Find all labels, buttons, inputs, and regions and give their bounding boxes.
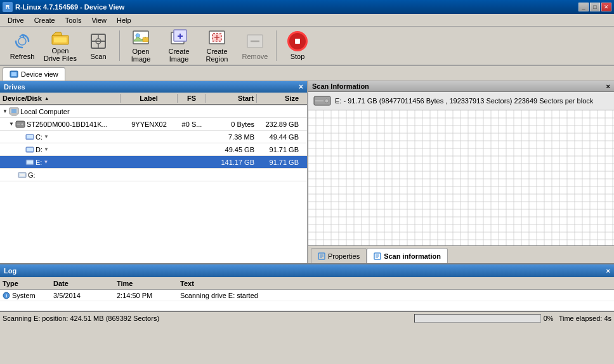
drive-name: E: — [36, 159, 42, 166]
svg-rect-23 — [11, 72, 16, 76]
log-col-type-header: Type — [0, 280, 51, 287]
create-image-button[interactable]: Create Image — [160, 29, 197, 63]
tab-bar: Device view — [0, 66, 614, 81]
device-view-tab-icon — [10, 70, 18, 79]
open-drive-label: Open Drive Files — [44, 47, 77, 62]
system-info-icon: i — [3, 292, 10, 299]
col-header-size[interactable]: Size — [257, 94, 301, 103]
create-region-button[interactable]: Create Region — [199, 29, 235, 63]
refresh-button[interactable]: Refresh — [4, 29, 41, 63]
tab-scan-information[interactable]: Scan information — [367, 248, 448, 263]
scan-grid-canvas — [308, 110, 614, 245]
col-header-device[interactable]: Device/Disk ▲ — [0, 94, 121, 103]
drive-size-cell: 91.71 GB — [257, 158, 301, 167]
maximize-button[interactable]: □ — [590, 3, 600, 11]
expand-icon[interactable]: ▼ — [3, 108, 8, 114]
drive-size-cell: 49.44 GB — [257, 133, 301, 141]
drive-start-cell: 141.17 GB — [206, 158, 257, 167]
drive-label-cell — [121, 136, 178, 138]
status-percent: 0% — [544, 315, 554, 322]
drive-name: Local Computer — [20, 108, 70, 115]
menu-drive[interactable]: Drive — [3, 15, 29, 25]
col-header-start[interactable]: Start — [206, 94, 257, 103]
log-type-text: System — [12, 292, 36, 299]
expand-icon[interactable]: ▼ — [9, 121, 14, 127]
drive-size-cell: 91.71 GB — [257, 145, 301, 154]
log-panel: Log × Type Date Time Text i System 3/5/2… — [0, 263, 614, 311]
table-row[interactable]: E: ▼ 141.17 GB 91.71 GB — [0, 156, 307, 169]
scan-grid-container — [308, 110, 614, 245]
log-table-header: Type Date Time Text — [0, 277, 614, 290]
drive-dropdown[interactable]: ▼ — [43, 159, 48, 165]
tab-properties[interactable]: Properties — [311, 248, 367, 263]
log-col-date-header: Date — [51, 280, 114, 287]
drive-label-cell — [121, 174, 178, 176]
app-icon: R — [3, 2, 13, 12]
drives-content: ▼ Local Computer ▼ — [0, 105, 307, 263]
log-type-cell: i System — [0, 292, 51, 299]
open-drive-button[interactable]: Open Drive Files — [42, 29, 79, 63]
refresh-label: Refresh — [10, 53, 35, 60]
scan-button[interactable]: Scan — [80, 29, 117, 63]
drive-start-cell: 0 Bytes — [206, 120, 257, 129]
drive-name: G: — [28, 171, 36, 179]
table-row[interactable]: G: — [0, 169, 307, 181]
log-header: Log × — [0, 264, 614, 277]
menu-view[interactable]: View — [86, 15, 112, 25]
open-image-icon — [131, 29, 151, 46]
drive-fs-cell — [178, 111, 206, 112]
remove-label: Remove — [242, 53, 268, 60]
toolbar-separator-1 — [119, 30, 120, 61]
tab-device-view-label: Device view — [21, 70, 58, 78]
menu-help[interactable]: Help — [112, 15, 136, 25]
menu-tools[interactable]: Tools — [60, 15, 87, 25]
drive-dropdown[interactable]: ▼ — [44, 146, 49, 152]
drive-name: D: — [36, 146, 42, 153]
scan-info-tab-label: Scan information — [384, 252, 441, 260]
drive-device-cell: D: ▼ — [0, 145, 121, 154]
tab-device-view[interactable]: Device view — [3, 67, 65, 81]
status-elapsed: Time elapsed: 4s — [559, 315, 611, 322]
remove-button[interactable]: Remove — [237, 29, 273, 63]
drive-icon — [25, 146, 34, 153]
minimize-button[interactable]: _ — [578, 3, 589, 11]
drives-table-header: Device/Disk ▲ Label FS Start Size — [0, 93, 307, 105]
open-image-button[interactable]: Open Image — [122, 29, 159, 63]
create-image-label: Create Image — [162, 48, 195, 63]
properties-icon — [318, 252, 325, 260]
drive-icon — [18, 171, 27, 179]
status-right: 0% Time elapsed: 4s — [544, 315, 611, 322]
hdd-icon — [15, 120, 25, 129]
log-time-cell: 2:14:50 PM — [114, 292, 178, 299]
table-row[interactable]: ▼ ST250DM000-1BD141K... 9YYENX02 #0 S...… — [0, 118, 307, 131]
drive-device-cell: ▼ Local Computer — [0, 107, 121, 117]
drive-device-cell: C: ▼ — [0, 133, 121, 141]
menu-create[interactable]: Create — [29, 15, 60, 25]
col-header-fs[interactable]: FS — [178, 94, 206, 103]
svg-point-0 — [18, 37, 26, 45]
svg-rect-36 — [27, 160, 33, 164]
col-header-label[interactable]: Label — [121, 94, 178, 103]
progress-bar — [414, 314, 541, 323]
open-image-label: Open Image — [124, 48, 157, 63]
log-close-button[interactable]: × — [606, 267, 610, 275]
drive-start-cell — [206, 111, 257, 112]
list-item[interactable]: i System 3/5/2014 2:14:50 PM Scanning dr… — [0, 290, 614, 301]
drive-name: ST250DM000-1BD141K... — [27, 120, 108, 128]
drive-dropdown[interactable]: ▼ — [44, 134, 49, 140]
title-bar: R R-Linux 4.7.154569 - Device View _ □ ✕ — [0, 0, 614, 14]
table-row[interactable]: C: ▼ 7.38 MB 49.44 GB — [0, 131, 307, 143]
refresh-icon — [12, 31, 32, 51]
close-button[interactable]: ✕ — [601, 3, 611, 11]
stop-button[interactable]: Stop — [279, 29, 316, 63]
scan-panel-close[interactable]: × — [606, 82, 610, 90]
table-row[interactable]: D: ▼ 49.45 GB 91.71 GB — [0, 143, 307, 156]
table-row[interactable]: ▼ Local Computer — [0, 105, 307, 118]
remove-icon — [245, 31, 265, 51]
drives-close-button[interactable]: × — [299, 82, 303, 91]
drives-title: Drives — [4, 83, 25, 91]
log-col-time-header: Time — [114, 280, 178, 287]
drive-label-cell — [121, 111, 178, 112]
window-controls: _ □ ✕ — [578, 3, 611, 11]
log-title: Log — [4, 267, 16, 275]
